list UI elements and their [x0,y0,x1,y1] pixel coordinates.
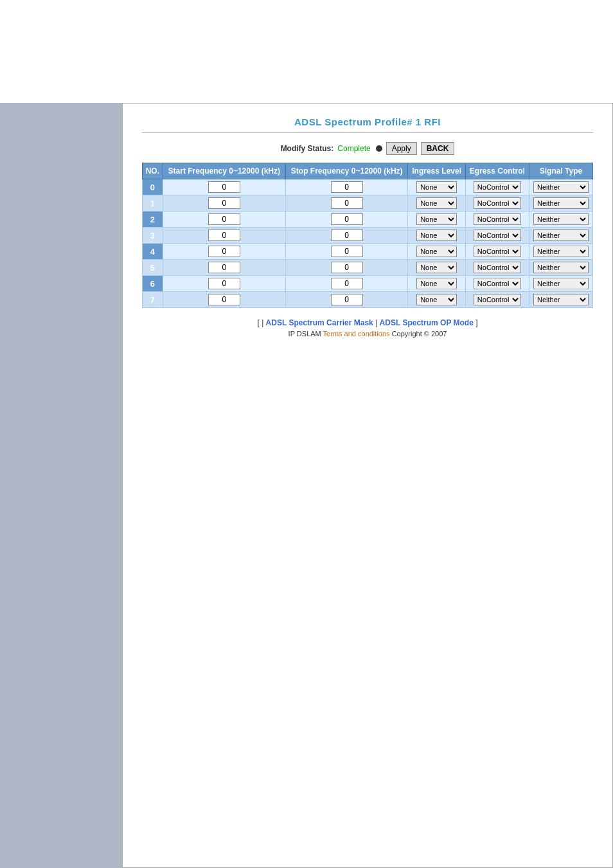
start-freq-input[interactable] [208,230,240,241]
ingress-select[interactable]: None-20dBm-30dBm-40dBm [416,294,457,305]
stop-freq-input[interactable] [331,230,363,241]
modify-status-label: Modify Status: [281,144,334,153]
ingress-cell[interactable]: None-20dBm-30dBm-40dBm [408,260,465,276]
start-freq-input[interactable] [208,197,240,209]
signal-select[interactable]: NeitherUpstreamDownstreamBoth [533,294,589,305]
start-freq-input[interactable] [208,294,240,305]
ingress-select[interactable]: None-20dBm-30dBm-40dBm [416,246,457,257]
signal-cell[interactable]: NeitherUpstreamDownstreamBoth [529,292,592,308]
stop-freq-input[interactable] [331,294,363,305]
signal-select[interactable]: NeitherUpstreamDownstreamBoth [533,262,589,273]
ingress-select[interactable]: None-20dBm-30dBm-40dBm [416,213,457,225]
signal-select[interactable]: NeitherUpstreamDownstreamBoth [533,278,589,289]
start-freq-cell[interactable] [163,260,285,276]
carrier-mask-link[interactable]: ADSL Spectrum Carrier Mask [266,318,373,327]
row-no: 1 [143,195,163,212]
terms-link: Terms and conditions [323,330,390,338]
table-row: 7None-20dBm-30dBm-40dBmNoControlControlN… [143,292,593,308]
footer-links: [ | ADSL Spectrum Carrier Mask | ADSL Sp… [142,318,593,327]
signal-cell[interactable]: NeitherUpstreamDownstreamBoth [529,276,592,292]
ingress-select[interactable]: None-20dBm-30dBm-40dBm [416,197,457,209]
egress-cell[interactable]: NoControlControl [465,179,529,195]
ingress-select[interactable]: None-20dBm-30dBm-40dBm [416,262,457,273]
egress-select[interactable]: NoControlControl [474,278,521,289]
signal-cell[interactable]: NeitherUpstreamDownstreamBoth [529,228,592,244]
egress-select[interactable]: NoControlControl [474,294,521,305]
table-row: 1None-20dBm-30dBm-40dBmNoControlControlN… [143,195,593,212]
signal-select[interactable]: NeitherUpstreamDownstreamBoth [533,246,589,257]
egress-cell[interactable]: NoControlControl [465,276,529,292]
signal-select[interactable]: NeitherUpstreamDownstreamBoth [533,230,589,241]
signal-select[interactable]: NeitherUpstreamDownstreamBoth [533,197,589,209]
col-header-signal: Signal Type [529,163,592,179]
stop-freq-cell[interactable] [285,244,408,260]
ingress-cell[interactable]: None-20dBm-30dBm-40dBm [408,292,465,308]
signal-cell[interactable]: NeitherUpstreamDownstreamBoth [529,195,592,212]
stop-freq-cell[interactable] [285,212,408,228]
stop-freq-input[interactable] [331,246,363,257]
stop-freq-cell[interactable] [285,276,408,292]
egress-select[interactable]: NoControlControl [474,246,521,257]
stop-freq-cell[interactable] [285,260,408,276]
ingress-cell[interactable]: None-20dBm-30dBm-40dBm [408,276,465,292]
start-freq-input[interactable] [208,213,240,225]
stop-freq-cell[interactable] [285,179,408,195]
signal-select[interactable]: NeitherUpstreamDownstreamBoth [533,181,589,193]
apply-button[interactable]: Apply [386,142,417,155]
row-no: 4 [143,244,163,260]
egress-cell[interactable]: NoControlControl [465,195,529,212]
stop-freq-input[interactable] [331,278,363,289]
signal-cell[interactable]: NeitherUpstreamDownstreamBoth [529,212,592,228]
egress-select[interactable]: NoControlControl [474,181,521,193]
start-freq-cell[interactable] [163,244,285,260]
egress-select[interactable]: NoControlControl [474,213,521,225]
stop-freq-input[interactable] [331,197,363,209]
ingress-select[interactable]: None-20dBm-30dBm-40dBm [416,181,457,193]
start-freq-cell[interactable] [163,292,285,308]
ingress-cell[interactable]: None-20dBm-30dBm-40dBm [408,212,465,228]
ingress-select[interactable]: None-20dBm-30dBm-40dBm [416,230,457,241]
start-freq-input[interactable] [208,246,240,257]
egress-cell[interactable]: NoControlControl [465,244,529,260]
ingress-cell[interactable]: None-20dBm-30dBm-40dBm [408,179,465,195]
start-freq-input[interactable] [208,181,240,193]
table-row: 5None-20dBm-30dBm-40dBmNoControlControlN… [143,260,593,276]
egress-select[interactable]: NoControlControl [474,230,521,241]
ingress-cell[interactable]: None-20dBm-30dBm-40dBm [408,195,465,212]
ingress-select[interactable]: None-20dBm-30dBm-40dBm [416,278,457,289]
egress-cell[interactable]: NoControlControl [465,212,529,228]
col-header-start-freq: Start Frequency 0~12000 (kHz) [163,163,285,179]
signal-select[interactable]: NeitherUpstreamDownstreamBoth [533,213,589,225]
stop-freq-input[interactable] [331,262,363,273]
back-button[interactable]: BACK [421,142,455,155]
egress-select[interactable]: NoControlControl [474,262,521,273]
egress-cell[interactable]: NoControlControl [465,228,529,244]
title-divider [142,132,593,133]
egress-select[interactable]: NoControlControl [474,197,521,209]
table-row: 3None-20dBm-30dBm-40dBmNoControlControlN… [143,228,593,244]
main-content: ADSL Spectrum Profile# 1 RFI Modify Stat… [122,103,613,868]
stop-freq-cell[interactable] [285,195,408,212]
egress-cell[interactable]: NoControlControl [465,260,529,276]
egress-cell[interactable]: NoControlControl [465,292,529,308]
stop-freq-cell[interactable] [285,292,408,308]
start-freq-cell[interactable] [163,228,285,244]
start-freq-input[interactable] [208,262,240,273]
start-freq-cell[interactable] [163,212,285,228]
start-freq-cell[interactable] [163,195,285,212]
start-freq-input[interactable] [208,278,240,289]
signal-cell[interactable]: NeitherUpstreamDownstreamBoth [529,179,592,195]
stop-freq-cell[interactable] [285,228,408,244]
modify-status-bar: Modify Status: Complete Apply BACK [142,142,593,155]
radio-icon[interactable] [376,145,382,152]
signal-cell[interactable]: NeitherUpstreamDownstreamBoth [529,244,592,260]
stop-freq-input[interactable] [331,181,363,193]
ingress-cell[interactable]: None-20dBm-30dBm-40dBm [408,244,465,260]
ingress-cell[interactable]: None-20dBm-30dBm-40dBm [408,228,465,244]
col-header-egress: Egress Control [465,163,529,179]
start-freq-cell[interactable] [163,276,285,292]
op-mode-link[interactable]: ADSL Spectrum OP Mode [380,318,474,327]
start-freq-cell[interactable] [163,179,285,195]
stop-freq-input[interactable] [331,213,363,225]
signal-cell[interactable]: NeitherUpstreamDownstreamBoth [529,260,592,276]
